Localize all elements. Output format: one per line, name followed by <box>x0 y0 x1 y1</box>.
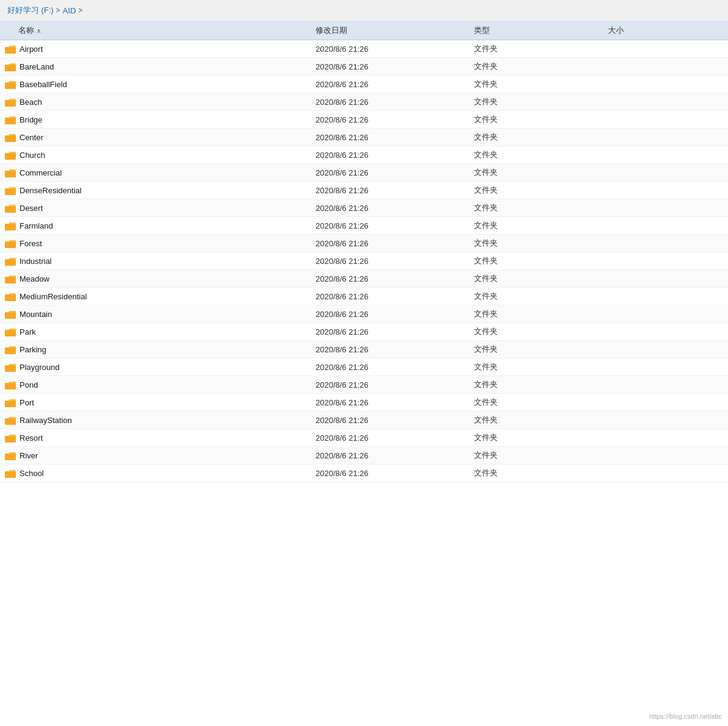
table-row[interactable]: Beach 2020/8/6 21:26 文件夹 <box>0 93 728 111</box>
svg-rect-47 <box>5 454 16 460</box>
file-name: Beach <box>19 98 42 107</box>
breadcrumb-separator-2: > <box>79 6 83 15</box>
file-cell-type: 文件夹 <box>469 432 603 443</box>
file-cell-name: Port <box>0 398 311 407</box>
table-row[interactable]: MediumResidential 2020/8/6 21:26 文件夹 <box>0 288 728 305</box>
table-row[interactable]: Farmland 2020/8/6 21:26 文件夹 <box>0 217 728 235</box>
folder-icon <box>5 451 16 460</box>
folder-icon <box>5 310 16 319</box>
file-name: Forest <box>19 239 42 248</box>
folder-icon <box>5 80 16 89</box>
column-name[interactable]: 名称 ∧ <box>0 25 311 36</box>
column-type[interactable]: 类型 <box>469 25 603 36</box>
file-cell-name: Resort <box>0 433 311 443</box>
file-name: BaseballField <box>19 80 67 89</box>
svg-rect-27 <box>5 277 16 283</box>
table-row[interactable]: Resort 2020/8/6 21:26 文件夹 <box>0 429 728 447</box>
file-name: Parking <box>19 345 46 354</box>
file-cell-date: 2020/8/6 21:26 <box>311 221 469 230</box>
svg-rect-31 <box>5 312 16 318</box>
file-cell-type: 文件夹 <box>469 291 603 302</box>
folder-icon <box>5 398 16 407</box>
table-row[interactable]: BareLand 2020/8/6 21:26 文件夹 <box>0 58 728 76</box>
file-name: Farmland <box>19 221 53 230</box>
folder-icon <box>5 274 16 283</box>
table-row[interactable]: Commercial 2020/8/6 21:26 文件夹 <box>0 164 728 182</box>
breadcrumb-item-aid[interactable]: AID <box>63 6 76 15</box>
file-cell-name: Airport <box>0 44 311 54</box>
folder-icon <box>5 345 16 354</box>
table-row[interactable]: Desert 2020/8/6 21:26 文件夹 <box>0 199 728 217</box>
file-cell-date: 2020/8/6 21:26 <box>311 310 469 319</box>
svg-rect-33 <box>5 330 16 336</box>
table-row[interactable]: Center 2020/8/6 21:26 文件夹 <box>0 129 728 146</box>
table-row[interactable]: Playground 2020/8/6 21:26 文件夹 <box>0 358 728 376</box>
table-row[interactable]: Church 2020/8/6 21:26 文件夹 <box>0 146 728 164</box>
file-cell-date: 2020/8/6 21:26 <box>311 433 469 443</box>
table-row[interactable]: Pond 2020/8/6 21:26 文件夹 <box>0 376 728 394</box>
svg-rect-23 <box>5 241 16 247</box>
table-row[interactable]: Bridge 2020/8/6 21:26 文件夹 <box>0 111 728 129</box>
svg-rect-37 <box>5 365 16 371</box>
file-name: DenseResidential <box>19 186 82 195</box>
file-name: Meadow <box>19 274 49 283</box>
svg-rect-25 <box>5 259 16 265</box>
file-cell-type: 文件夹 <box>469 220 603 231</box>
svg-rect-9 <box>5 118 16 124</box>
file-cell-date: 2020/8/6 21:26 <box>311 239 469 248</box>
table-row[interactable]: BaseballField 2020/8/6 21:26 文件夹 <box>0 76 728 93</box>
file-name: MediumResidential <box>19 292 87 301</box>
folder-icon <box>5 44 16 54</box>
file-name: Commercial <box>19 168 62 177</box>
folder-icon <box>5 292 16 301</box>
file-cell-type: 文件夹 <box>469 255 603 266</box>
table-row[interactable]: Airport 2020/8/6 21:26 文件夹 <box>0 40 728 58</box>
file-cell-date: 2020/8/6 21:26 <box>311 469 469 478</box>
table-row[interactable]: Forest 2020/8/6 21:26 文件夹 <box>0 235 728 252</box>
file-cell-date: 2020/8/6 21:26 <box>311 292 469 301</box>
breadcrumb-item-drive[interactable]: 好好学习 (F:) <box>7 5 54 16</box>
column-size[interactable]: 大小 <box>603 25 728 36</box>
file-cell-type: 文件夹 <box>469 202 603 213</box>
file-cell-name: Meadow <box>0 274 311 283</box>
file-cell-date: 2020/8/6 21:26 <box>311 44 469 54</box>
watermark: https://blog.csdn.net/abc <box>649 713 722 720</box>
table-row[interactable]: Mountain 2020/8/6 21:26 文件夹 <box>0 305 728 323</box>
file-cell-type: 文件夹 <box>469 361 603 372</box>
file-cell-date: 2020/8/6 21:26 <box>311 133 469 142</box>
svg-rect-29 <box>5 294 16 301</box>
breadcrumb-separator-1: > <box>56 6 60 15</box>
table-row[interactable]: Parking 2020/8/6 21:26 文件夹 <box>0 341 728 358</box>
column-date[interactable]: 修改日期 <box>311 25 469 36</box>
table-row[interactable]: Park 2020/8/6 21:26 文件夹 <box>0 323 728 341</box>
table-row[interactable]: Port 2020/8/6 21:26 文件夹 <box>0 394 728 411</box>
svg-rect-19 <box>5 206 16 212</box>
file-cell-type: 文件夹 <box>469 114 603 125</box>
folder-icon <box>5 469 16 478</box>
file-cell-type: 文件夹 <box>469 167 603 178</box>
column-header-row: 名称 ∧ 修改日期 类型 大小 <box>0 21 728 40</box>
table-row[interactable]: Meadow 2020/8/6 21:26 文件夹 <box>0 270 728 288</box>
table-row[interactable]: Industrial 2020/8/6 21:26 文件夹 <box>0 252 728 270</box>
file-cell-date: 2020/8/6 21:26 <box>311 363 469 372</box>
file-name: Playground <box>19 363 60 372</box>
file-cell-date: 2020/8/6 21:26 <box>311 274 469 283</box>
file-name: Resort <box>19 433 43 443</box>
table-row[interactable]: DenseResidential 2020/8/6 21:26 文件夹 <box>0 182 728 199</box>
folder-icon <box>5 221 16 230</box>
file-cell-name: Mountain <box>0 310 311 319</box>
file-cell-date: 2020/8/6 21:26 <box>311 327 469 336</box>
file-cell-name: BareLand <box>0 62 311 71</box>
svg-rect-39 <box>5 383 16 389</box>
svg-rect-21 <box>5 224 16 230</box>
file-cell-type: 文件夹 <box>469 79 603 90</box>
folder-icon <box>5 186 16 195</box>
file-cell-name: Playground <box>0 363 311 372</box>
file-cell-type: 文件夹 <box>469 61 603 72</box>
folder-icon <box>5 363 16 372</box>
table-row[interactable]: School 2020/8/6 21:26 文件夹 <box>0 464 728 482</box>
table-row[interactable]: River 2020/8/6 21:26 文件夹 <box>0 447 728 464</box>
file-cell-type: 文件夹 <box>469 308 603 319</box>
file-cell-name: Bridge <box>0 115 311 124</box>
table-row[interactable]: RailwayStation 2020/8/6 21:26 文件夹 <box>0 411 728 429</box>
